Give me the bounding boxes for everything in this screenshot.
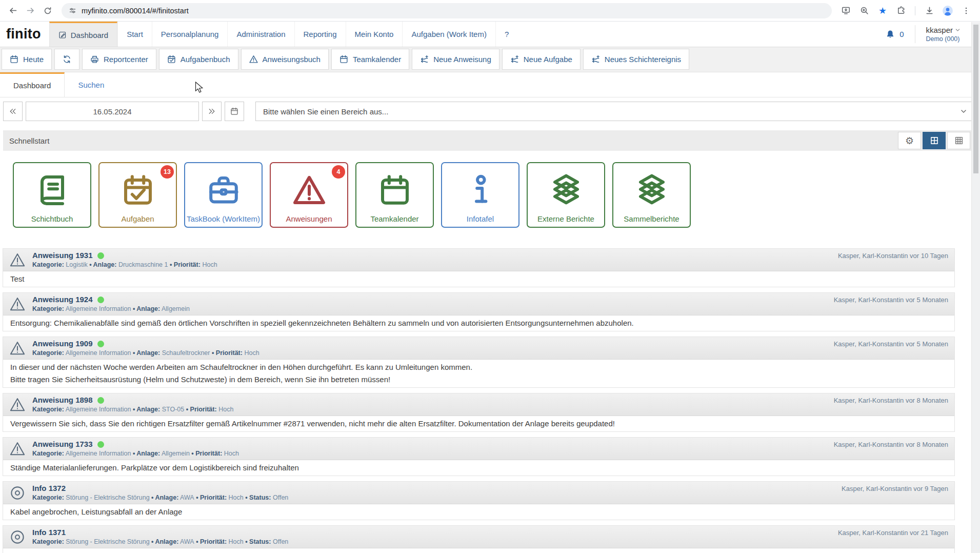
tab-label: Suchen <box>78 81 104 89</box>
extensions-icon[interactable] <box>893 3 909 18</box>
finito-app: myfinito.com/800014/#/finitostart ★ fini… <box>0 0 980 553</box>
tab-suchen[interactable]: Suchen <box>65 72 117 97</box>
downloads-icon[interactable] <box>922 3 937 18</box>
feed-item-anweisung-1924[interactable]: Anweisung 1924 Kategorie Allgemeine Info… <box>3 292 955 331</box>
layers-icon <box>550 174 583 207</box>
tile-label: Anweisungen <box>286 214 332 223</box>
meta-label: Priorität <box>216 349 243 357</box>
nav-item-label: Personalplanung <box>161 30 219 38</box>
toolbar-teamkalender-button[interactable]: Teamkalender <box>331 49 409 70</box>
nav-item-label: ? <box>505 30 509 38</box>
tile-sammelberichte[interactable]: Sammelberichte <box>612 162 691 228</box>
tab-dashboard[interactable]: Dashboard <box>0 72 65 97</box>
feed-item-header[interactable]: Anweisung 1924 Kategorie Allgemeine Info… <box>3 293 954 315</box>
grid-3-icon <box>955 136 963 145</box>
bell-icon <box>886 30 895 39</box>
next-day-button[interactable] <box>202 102 222 121</box>
meta-label: Anlage <box>136 450 160 457</box>
notifications-button[interactable]: 0 <box>882 30 908 39</box>
toolbar-neue-aufgabe-button[interactable]: Neue Aufgabe <box>502 49 581 70</box>
feed-item-header[interactable]: Anweisung 1898 Kategorie Allgemeine Info… <box>3 393 954 416</box>
calendar-icon <box>339 55 348 64</box>
tile-anweisungen[interactable]: 4Anweisungen <box>270 162 348 228</box>
feed-item-header[interactable]: Info 1372 Kategorie Störung - Elektrisch… <box>3 482 954 504</box>
feed-item-anweisung-1909[interactable]: Anweisung 1909 Kategorie Allgemeine Info… <box>3 337 955 388</box>
scrollbar-thumb[interactable] <box>973 25 978 173</box>
tile-taskbook-workitem[interactable]: TaskBook (WorkItem) <box>184 162 263 228</box>
feed-item-anweisung-1931[interactable]: Anweisung 1931 Kategorie Logistik • Anla… <box>3 248 955 287</box>
profile-avatar[interactable] <box>940 3 955 18</box>
quickstart-settings-button[interactable]: ⚙ <box>898 132 921 149</box>
feed-item-header[interactable]: Anweisung 1931 Kategorie Logistik • Anla… <box>3 249 954 271</box>
feed-body-line: Bitte tragen Sie Sicherheitsausrüstung (… <box>10 373 947 386</box>
back-arrow-icon <box>9 6 17 15</box>
tile-aufgaben[interactable]: 13Aufgaben <box>98 162 177 228</box>
feed-item-anweisung-1733[interactable]: Anweisung 1733 Kategorie Allgemeine Info… <box>3 437 955 476</box>
pencil-square-icon <box>58 31 67 39</box>
feed-item-title: Anweisung 1898 <box>32 396 93 405</box>
view-grid-small-button[interactable] <box>947 132 970 149</box>
browser-menu-icon[interactable] <box>958 3 974 18</box>
quick-toolbar: HeuteReportcenterAufgabenbuchAnweisungsb… <box>0 47 980 72</box>
tile-label: Sammelberichte <box>624 214 679 223</box>
feed-item-body: Test <box>3 271 954 287</box>
feed-body-line: Vergewissern Sie sich, dass Sie den rich… <box>10 418 947 430</box>
toolbar-button-label: Teamkalender <box>353 55 401 64</box>
tile-externe-berichte[interactable]: Externe Berichte <box>527 162 605 228</box>
toolbar-button-label: Heute <box>23 55 44 64</box>
calendar-picker-button[interactable] <box>225 102 244 121</box>
finito-logo[interactable]: finito <box>0 22 49 47</box>
meta-value: Allgemeine Information <box>66 450 131 457</box>
feed-body-line: Test <box>10 273 947 285</box>
nav-item-aufgaben-work-item[interactable]: Aufgaben (Work Item) <box>402 22 495 47</box>
feed-item-header[interactable]: Anweisung 1909 Kategorie Allgemeine Info… <box>3 337 954 360</box>
zoom-icon[interactable] <box>856 3 872 18</box>
feed-item-header[interactable]: Info 1371 Kategorie Störung - Elektrisch… <box>3 526 954 548</box>
feed-item-anweisung-1898[interactable]: Anweisung 1898 Kategorie Allgemeine Info… <box>3 393 955 432</box>
area-select[interactable]: Bitte wählen Sie einen Bereich aus... <box>255 102 972 121</box>
nav-item-dashboard[interactable]: Dashboard <box>49 22 117 47</box>
status-dot <box>97 341 104 347</box>
nav-item-reporting[interactable]: Reporting <box>294 22 346 47</box>
toolbar-anweisungsbuch-button[interactable]: Anweisungsbuch <box>241 49 329 70</box>
browser-forward-button[interactable] <box>23 3 38 18</box>
dbl-chevron-right-icon <box>208 107 216 115</box>
meta-value: AWA <box>180 538 194 545</box>
user-menu[interactable]: kkasper Demo (000) <box>915 25 963 44</box>
feed-item-author: Kasper, Karl-Konstantin vor 8 Monaten <box>834 441 948 448</box>
tile-infotafel[interactable]: Infotafel <box>441 162 519 228</box>
toolbar-neues-schichtereignis-button[interactable]: Neues Schichtereignis <box>583 49 689 70</box>
tile-schichtbuch[interactable]: Schichtbuch <box>13 162 91 228</box>
user-tenant: Demo (000) <box>926 35 961 43</box>
view-grid-large-button[interactable] <box>923 132 946 149</box>
address-bar[interactable]: myfinito.com/800014/#/finitostart <box>62 3 832 18</box>
nav-item-help[interactable]: ? <box>495 22 517 47</box>
feed-item-info-1372[interactable]: Info 1372 Kategorie Störung - Elektrisch… <box>3 481 955 520</box>
calendar-check-icon <box>122 174 154 207</box>
calendar-check-icon <box>167 55 176 64</box>
browser-reload-button[interactable] <box>40 3 55 18</box>
feed-item-author: Kasper, Karl-Konstantin vor 10 Tagen <box>838 252 948 260</box>
tile-teamkalender[interactable]: Teamkalender <box>355 162 434 228</box>
site-settings-icon[interactable] <box>69 7 76 14</box>
nav-item-mein-konto[interactable]: Mein Konto <box>346 22 403 47</box>
feed-item-header[interactable]: Anweisung 1733 Kategorie Allgemeine Info… <box>3 438 954 460</box>
nav-item-administration[interactable]: Administration <box>227 22 294 47</box>
date-input[interactable] <box>26 102 199 121</box>
install-icon[interactable] <box>838 3 853 18</box>
prev-day-button[interactable] <box>3 102 23 121</box>
toolbar-heute-button[interactable]: Heute <box>2 49 52 70</box>
feed-item-author: Kasper, Karl-Konstantin vor 8 Monaten <box>834 397 948 404</box>
page-scrollbar[interactable] <box>971 22 980 553</box>
avatar-icon <box>942 5 953 16</box>
bookmark-star-icon[interactable]: ★ <box>875 3 890 18</box>
toolbar-neue-anweisung-button[interactable]: Neue Anweisung <box>412 49 499 70</box>
feed-item-author: Kasper, Karl-Konstantin vor 5 Monaten <box>834 340 948 348</box>
toolbar-aufgabenbuch-button[interactable]: Aufgabenbuch <box>159 49 238 70</box>
toolbar-refresh-button[interactable] <box>54 49 79 70</box>
browser-back-button[interactable] <box>5 3 21 18</box>
nav-item-personalplanung[interactable]: Personalplanung <box>152 22 228 47</box>
toolbar-reportcenter-button[interactable]: Reportcenter <box>82 49 156 70</box>
nav-item-start[interactable]: Start <box>117 22 152 47</box>
feed-item-info-1371[interactable]: Info 1371 Kategorie Störung - Elektrisch… <box>3 525 955 553</box>
